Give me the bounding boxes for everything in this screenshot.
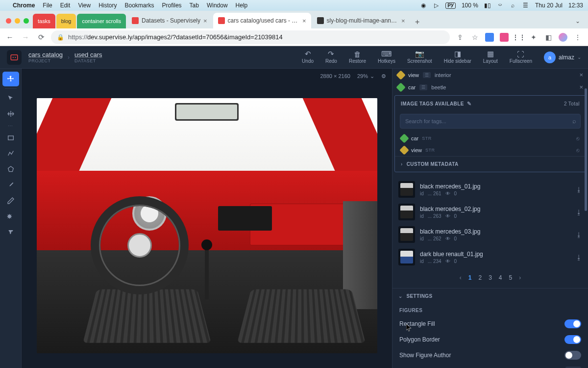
window-minimize-button[interactable]	[15, 18, 20, 24]
extension-menu-icon[interactable]: ⋮⋮	[514, 33, 523, 42]
annotated-image[interactable]	[37, 98, 377, 353]
menubar-date[interactable]: Thu 20 Jul	[535, 2, 563, 9]
available-tag-row[interactable]: view STR ⎋	[395, 144, 586, 156]
select-tool[interactable]	[2, 91, 19, 105]
download-icon[interactable]: ⭳	[576, 186, 582, 193]
menu-edit[interactable]: Edit	[60, 2, 71, 9]
spotlight-icon[interactable]: ⌕	[510, 2, 516, 9]
fullscreen-button[interactable]: ⛶Fullscreen	[505, 49, 537, 66]
input-lang[interactable]: РУ	[445, 2, 456, 9]
hide-sidebar-button[interactable]: ◨Hide sidebar	[439, 49, 476, 66]
menu-file[interactable]: File	[43, 2, 52, 9]
extension-translate-icon[interactable]	[485, 33, 494, 42]
menu-profiles[interactable]: Profiles	[162, 2, 182, 9]
address-bar[interactable]: 🔒 https://dev.supervise.ly/app/images2/?…	[51, 30, 450, 44]
edit-icon[interactable]: ✎	[467, 101, 471, 107]
layout-button[interactable]: ▦Layout	[478, 49, 503, 66]
new-tab-button[interactable]: +	[411, 16, 424, 28]
tags-search-input[interactable]	[400, 114, 581, 129]
remove-tag-button[interactable]: ×	[579, 83, 583, 91]
brush-tool[interactable]	[2, 178, 19, 192]
bookmark-star-icon[interactable]: ☆	[470, 33, 479, 42]
tab-github-blog[interactable]: sly-blog-multi-image-annotat ×	[312, 13, 410, 28]
wifi-icon[interactable]: ⌔	[497, 2, 504, 9]
breadcrumb-project[interactable]: cars catalog	[28, 51, 63, 58]
menu-help[interactable]: Help	[236, 2, 248, 9]
download-icon[interactable]: ⭳	[576, 209, 582, 216]
reload-button[interactable]: ⟳	[35, 31, 47, 43]
window-close-button[interactable]	[6, 18, 11, 24]
canvas-viewport[interactable]	[22, 83, 392, 368]
page-number[interactable]: 5	[509, 274, 513, 281]
remove-tag-button[interactable]: ×	[579, 71, 583, 79]
tabs-dropdown-button[interactable]: ⌄	[571, 18, 584, 28]
hotkeys-button[interactable]: ⌨Hotkeys	[373, 49, 400, 66]
page-number[interactable]: 3	[489, 274, 492, 281]
page-number[interactable]: 2	[478, 274, 482, 281]
extensions-puzzle-icon[interactable]: ✦	[529, 33, 538, 42]
tab-cars-catalog[interactable]: cars catalog/used cars - Supe ×	[213, 13, 311, 28]
lock-icon[interactable]: 🔒	[57, 34, 64, 41]
menu-tab[interactable]: Tab	[190, 2, 199, 9]
image-list-item[interactable]: dark blue renault_01.jpg id... 234👁0 ⭳	[394, 246, 586, 268]
image-list-item[interactable]: black mercedes_03.jpg id... 262👁0 ⭳	[394, 223, 586, 246]
user-menu[interactable]: a almaz ⌄	[544, 52, 581, 63]
search-icon[interactable]: ⌕	[572, 117, 576, 125]
settings-header[interactable]: ⌄ SETTINGS	[392, 289, 588, 304]
pinned-tab-scrolls[interactable]: container scrolls	[77, 14, 125, 28]
text-tool[interactable]	[2, 225, 19, 239]
tab-datasets[interactable]: Datasets - Supervisely ×	[127, 13, 212, 28]
extension-icon[interactable]	[500, 33, 509, 42]
side-panel-icon[interactable]: ◧	[544, 33, 553, 42]
restore-button[interactable]: 🗑Restore	[344, 49, 371, 66]
pinned-tab-tasks[interactable]: tasks	[33, 14, 55, 28]
close-icon[interactable]: ×	[302, 17, 306, 25]
control-center-icon[interactable]: ☰	[522, 2, 529, 9]
available-tag-row[interactable]: car STR ⎋	[395, 132, 586, 144]
menu-window[interactable]: Window	[207, 2, 228, 9]
show-author-toggle[interactable]	[564, 351, 581, 360]
window-zoom-button[interactable]	[24, 18, 29, 24]
scrollbar-thumb[interactable]	[585, 88, 587, 211]
screenshot-button[interactable]: 📷Screenshot	[402, 49, 437, 66]
share-icon[interactable]: ⇪	[456, 33, 465, 42]
canvas-settings-icon[interactable]: ⚙	[381, 73, 386, 79]
menu-history[interactable]: History	[98, 2, 117, 9]
image-list-item[interactable]: black mercedes_02.jpg id... 263👁0 ⭳	[394, 201, 586, 223]
zoom-control[interactable]: 29% ⌄	[357, 73, 374, 79]
redo-button[interactable]: ↷Redo	[320, 49, 342, 66]
polygon-tool[interactable]	[2, 162, 19, 177]
forward-button[interactable]: →	[20, 31, 31, 43]
status-dnd-icon[interactable]: ◉	[420, 2, 427, 9]
page-next-button[interactable]: ›	[519, 274, 521, 281]
app-logo[interactable]	[7, 50, 22, 65]
app-menu[interactable]: Chrome	[13, 2, 35, 9]
chrome-menu-icon[interactable]: ⋮	[573, 33, 582, 42]
rectangle-fill-toggle[interactable]	[564, 319, 581, 328]
breadcrumb-dataset[interactable]: used cars	[74, 51, 102, 58]
status-play-icon[interactable]: ▷	[433, 2, 440, 9]
move-tool[interactable]	[2, 106, 19, 121]
menubar-time[interactable]: 12:33	[568, 2, 583, 9]
pinned-tab-blog[interactable]: blog	[56, 14, 76, 28]
profile-avatar-icon[interactable]	[559, 33, 567, 42]
close-icon[interactable]: ×	[401, 17, 405, 25]
page-prev-button[interactable]: ‹	[460, 274, 462, 281]
close-icon[interactable]: ×	[203, 17, 207, 25]
page-number[interactable]: 1	[468, 274, 472, 281]
menu-bookmarks[interactable]: Bookmarks	[125, 2, 154, 9]
back-button[interactable]: ←	[4, 31, 16, 43]
download-icon[interactable]: ⭳	[576, 254, 582, 261]
page-number[interactable]: 4	[499, 274, 502, 281]
polyline-tool[interactable]	[2, 146, 19, 161]
custom-metadata-header[interactable]: › CUSTOM METADATA	[395, 156, 586, 172]
pan-tool[interactable]	[2, 72, 19, 86]
download-icon[interactable]: ⭳	[576, 231, 582, 238]
polygon-border-toggle[interactable]	[564, 335, 581, 344]
menu-view[interactable]: View	[78, 2, 91, 9]
undo-button[interactable]: ↶Undo	[297, 49, 318, 66]
rectangle-tool[interactable]	[2, 131, 19, 145]
smart-tool[interactable]	[2, 209, 19, 224]
pen-tool[interactable]	[2, 193, 19, 208]
image-list-item[interactable]: black mercedes_01.jpg id... 261👁0 ⭳	[394, 178, 586, 201]
